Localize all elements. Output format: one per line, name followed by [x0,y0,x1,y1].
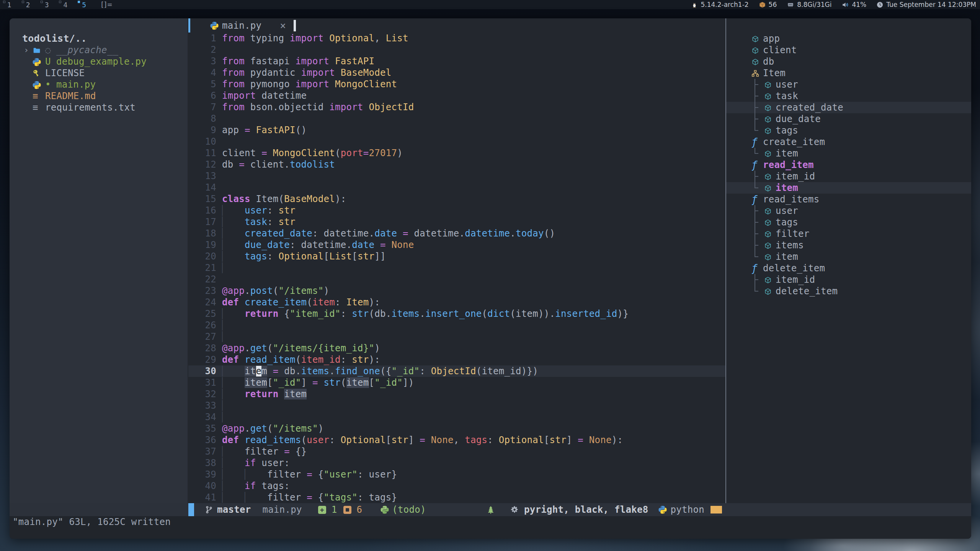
penguin-icon [691,1,698,8]
outline-item-user[interactable]: user [726,205,971,217]
file-name: README.md [45,90,96,102]
editor-line-40[interactable]: 40▏ if tags: [188,480,725,492]
editor-line-27[interactable]: 27▏ [188,331,725,342]
symbol-label: delete_item [763,263,825,274]
line-number: 20 [188,251,216,262]
outline-item-user[interactable]: user [726,79,971,90]
outline-item-items[interactable]: items [726,240,971,251]
outline-item-app[interactable]: app [726,33,971,44]
editor-line-8[interactable]: 8 [188,113,725,124]
outline-item-due_date[interactable]: due_date [726,113,971,125]
tabline-cursor [294,20,296,31]
editor-line-2[interactable]: 2 [188,44,725,55]
outline-item-delete_item[interactable]: delete_item [726,285,971,297]
editor-line-17[interactable]: 17▏ task: str [188,216,725,228]
symbol-label: item [776,251,798,262]
editor-line-21[interactable]: 21▏ [188,262,725,274]
editor-line-33[interactable]: 33▏ [188,400,725,411]
editor-line-10[interactable]: 10 [188,136,725,147]
editor-buffer[interactable]: 1from typing import Optional, List23from… [188,33,725,503]
outline-item-Item[interactable]: Item [726,67,971,79]
outline-item-read_items[interactable]: ƒread_items [726,194,971,205]
outline-item-item[interactable]: item [726,148,971,159]
line-number: 9 [188,124,216,136]
symbol-label: client [763,45,797,55]
editor-line-29[interactable]: 29def read_item(item_id: str): [188,354,725,365]
editor-line-4[interactable]: 4from pydantic import BaseModel [188,67,725,78]
outline-item-filter[interactable]: filter [726,228,971,240]
outline-item-created_date[interactable]: created_date [726,102,971,113]
editor-line-20[interactable]: 20▏ tags: Optional[List[str]] [188,251,725,262]
function-icon: ƒ [751,262,763,274]
layout-symbol[interactable]: []= [101,1,113,8]
cmdline[interactable]: "main.py" 63L, 1625C written [10,516,971,539]
line-number: 27 [188,331,216,342]
editor-line-16[interactable]: 16▏ user: str [188,205,725,216]
outline-item-tags[interactable]: tags [726,125,971,136]
file-tree-root[interactable]: todolist/.. [10,33,188,44]
editor-line-41[interactable]: 41▏ ▏ filter = {"tags": tags} [188,492,725,503]
outline-item-item[interactable]: item [726,182,971,194]
editor-line-24[interactable]: 24def create_item(item: Item): [188,297,725,308]
workspace-3[interactable]: 3 [41,0,49,9]
editor-line-35[interactable]: 35@app.get("/items") [188,423,725,434]
desktop: 12345 []= 5.14.2-arch1-2568.8Gi/31Gi41%T… [0,0,980,551]
editor-line-5[interactable]: 5from pymongo import MongoClient [188,78,725,90]
editor-line-31[interactable]: 31▏ item["_id"] = str(item["_id"]) [188,377,725,388]
line-number: 25 [188,308,216,320]
outline-item-tags[interactable]: tags [726,217,971,228]
editor-line-13[interactable]: 13 [188,170,725,182]
editor-line-38[interactable]: 38▏ if user: [188,457,725,469]
line-number: 14 [188,182,216,193]
tree-item-debug_example.py[interactable]: Udebug_example.py [10,56,188,67]
editor-line-37[interactable]: 37▏ filter = {} [188,446,725,457]
editor-line-23[interactable]: 23@app.post("/items") [188,285,725,297]
outline-item-item[interactable]: item [726,251,971,262]
workspace-5-active[interactable]: 5 [78,0,86,9]
symbols-outline: appclientdbItemusertaskcreated_datedue_d… [726,18,971,503]
tree-item-main.py[interactable]: •main.py [10,79,188,90]
editor-line-14[interactable]: 14 [188,182,725,193]
line-number: 36 [188,434,216,446]
editor-line-25[interactable]: 25▏ return {"item_id": str(db.items.inse… [188,308,725,320]
editor-line-11[interactable]: 11client = MongoClient(port=27017) [188,147,725,159]
editor-line-39[interactable]: 39▏ ▏ filter = {"user": user} [188,469,725,480]
outline-item-item_id[interactable]: item_id [726,171,971,182]
editor-line-12[interactable]: 12db = client.todolist [188,159,725,170]
variable-cube-icon [764,241,776,249]
outline-item-item_id[interactable]: item_id [726,274,971,285]
workspace-4[interactable]: 4 [59,0,67,9]
tree-item-requirements.txt[interactable]: ≡requirements.txt [10,102,188,113]
editor-line-9[interactable]: 9app = FastAPI() [188,124,725,136]
editor-line-15[interactable]: 15class Item(BaseModel): [188,193,725,205]
outline-item-task[interactable]: task [726,90,971,102]
editor-line-22[interactable]: 22 [188,274,725,285]
editor-line-26[interactable]: 26▏ [188,320,725,331]
tree-item-__pycache__[interactable]: ›◌__pycache__ [10,44,188,56]
editor-line-32[interactable]: 32▏ return item [188,388,725,400]
editor-line-19[interactable]: 19▏ due_date: datetime.date = None [188,239,725,251]
editor-line-30[interactable]: 30▏ item = db.items.find_one({"_id": Obj… [188,365,725,377]
outline-item-create_item[interactable]: ƒcreate_item [726,136,971,148]
editor-line-36[interactable]: 36def read_items(user: Optional[str] = N… [188,434,725,446]
tab-close-icon[interactable]: × [280,20,286,31]
editor-line-3[interactable]: 3from fastapi import FastAPI [188,55,725,67]
python-icon [210,21,219,30]
editor-line-18[interactable]: 18▏ created_date: datetime.date = dateti… [188,228,725,239]
outline-item-db[interactable]: db [726,56,971,67]
editor-line-1[interactable]: 1from typing import Optional, List [188,33,725,44]
editor-line-7[interactable]: 7from bson.objectid import ObjectId [188,101,725,113]
editor-line-6[interactable]: 6import datetime [188,90,725,101]
tab-main-py[interactable]: main.py × [210,20,286,31]
symbol-label: item [776,148,798,159]
workspace-2[interactable]: 2 [22,0,30,9]
editor-line-28[interactable]: 28@app.get("/items/{item_id}") [188,342,725,354]
editor-line-34[interactable]: 34▏ [188,411,725,423]
outline-item-delete_item[interactable]: ƒdelete_item [726,262,971,274]
workspace-1[interactable]: 1 [3,0,11,9]
tree-item-LICENSE[interactable]: LICENSE [10,67,188,79]
symbol-label: filter [776,228,810,239]
outline-item-client[interactable]: client [726,44,971,56]
outline-item-read_item[interactable]: ƒread_item [726,159,971,171]
tree-item-README.md[interactable]: ≡README.md [10,90,188,102]
